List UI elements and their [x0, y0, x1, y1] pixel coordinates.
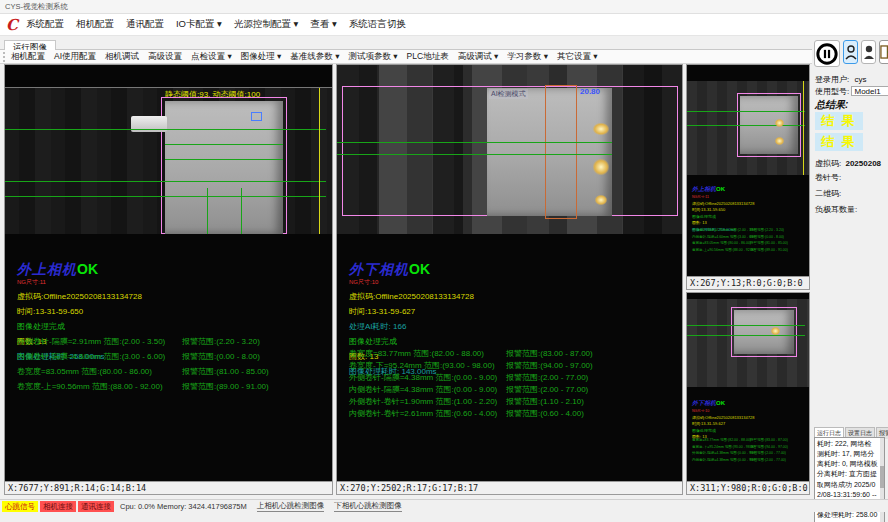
measure-value: 卷宽度=83.77mm 范围:(82.00 - 88.00) [349, 348, 484, 359]
alarm-range: 报警范围:(2.00 - 77.00) [750, 451, 786, 455]
tab-strip: 运行图像 [0, 36, 812, 50]
tool-spot-check[interactable]: 点检设置 ▾ [191, 51, 232, 63]
camera-title: 外上相机 [692, 186, 716, 192]
measure-line [165, 159, 283, 160]
alarm-range: 报警范围:(0.00 - 8.00) [182, 351, 260, 362]
measure-value: 外侧卷针-隔膜=2.91mm 范围:(2.00 - 3.50) [692, 228, 757, 232]
menu-light-control-config[interactable]: 光源控制配置 ▾ [234, 18, 298, 31]
measurement-row: 卷宽度-上=90.56mm 范围:(88.00 - 92.00)报警范围:(89… [692, 248, 807, 255]
measurement-rows: 外侧卷针-隔膜=2.91mm 范围:(2.00 - 3.50)报警范围:(2.2… [692, 228, 807, 254]
camera-image-lower-outer[interactable]: AI检测模式 20.80 [337, 65, 682, 234]
measure-line [337, 142, 612, 143]
user-switch-button[interactable] [861, 40, 876, 64]
baseline-marker [319, 88, 320, 234]
app-window: CYS-视觉检测系统 C 系统配置 相机配置 通讯配置 IO卡配置 ▾ 光源控制… [0, 0, 888, 522]
measurement-row: 内侧卷针-隔膜=4.38mm 范围:(0.00 - 9.00)报警范围:(2.0… [349, 384, 678, 396]
measure-overlay-value: 20.80 [580, 87, 600, 96]
alarm-range: 报警范围:(89.00 - 91.00) [182, 381, 269, 392]
qr-code-label: 二维码: [815, 188, 841, 199]
status-bar: 心跳信号 相机连接 通讯连接 Cpu: 0.0% Memory: 3424.41… [0, 499, 888, 512]
user-login-button[interactable] [843, 40, 858, 64]
measure-line [207, 188, 208, 234]
measure-line [5, 129, 326, 130]
tool-baseline-params[interactable]: 基准线参数 ▾ [290, 51, 339, 63]
camera-view-lower-outer: AI检测模式 20.80 外下相机OK NG尺寸:10 虚拟码:Offline2… [336, 64, 683, 495]
result-ok-label: OK [716, 400, 725, 406]
menu-language-switch[interactable]: 系统语言切换 [349, 18, 406, 31]
menu-comm-config[interactable]: 通讯配置 [126, 18, 164, 31]
battery-cell-image [734, 310, 794, 354]
control-buttons [814, 40, 888, 67]
process-done-line: 图像处理完成 [349, 336, 474, 347]
tab-highlight [775, 119, 784, 127]
tool-advanced-settings[interactable]: 高级设置 [148, 51, 182, 63]
alarm-range: 报警范围:(81.00 - 85.00) [182, 366, 269, 377]
menu-camera-config[interactable]: 相机配置 [76, 18, 114, 31]
turns-line: 圈数: 13 [692, 220, 754, 225]
tool-test-item-params[interactable]: 测试项参数 ▾ [348, 51, 397, 63]
camera-thumb-upper: 外上相机OK NG尺寸:11 虚拟码:Offline20250208133134… [686, 64, 810, 290]
result-badge-upper: 结 果 [815, 112, 863, 130]
measurement-row: 卷宽度=83.05mm 范围:(80.00 - 86.00)报警范围:(81.0… [17, 366, 328, 381]
pause-icon [816, 43, 838, 65]
tab-highlight [775, 137, 784, 145]
result-ok-label: OK [77, 261, 98, 277]
pixel-coords-readout: X:267;Y:13;R:0;G:0;B:0 [687, 276, 809, 289]
login-user-label: 登录用户: [815, 75, 849, 84]
detection-box [545, 85, 577, 219]
model-row: 使用型号: Model1 [815, 86, 888, 97]
pixel-coords-readout: X:7677;Y:891;R:14;G:14;B:14 [5, 481, 332, 494]
tool-camera-config[interactable]: 相机配置 [11, 51, 45, 63]
camera-title: 外下相机 [692, 400, 716, 406]
menu-io-card-config[interactable]: IO卡配置 ▾ [176, 18, 222, 31]
comm-connection-badge: 通讯连接 [78, 501, 114, 512]
measure-value: 外侧卷针-隔膜=2.91mm 范围:(2.00 - 3.50) [17, 336, 165, 347]
menu-system-config[interactable]: 系统配置 [26, 18, 64, 31]
log-scrollbar-thumb[interactable] [880, 466, 884, 488]
measure-value: 卷宽度=83.05mm 范围:(80.00 - 86.00) [692, 241, 751, 245]
measure-value: 内侧卷针-隔膜=4.38mm 范围:(0.00 - 9.00) [349, 384, 497, 395]
time-line: 时间:13-31-59-627 [692, 421, 754, 426]
user-icon [845, 44, 857, 60]
camera-image-thumb-lower[interactable] [687, 299, 809, 387]
user-dark-icon [863, 44, 875, 60]
pause-button[interactable] [814, 40, 840, 67]
tab-highlight [593, 159, 609, 175]
alarm-range: 报警范围:(2.00 - 77.00) [506, 372, 588, 383]
measurement-row: 卷宽度-下=95.24mm 范围:(93.00 - 98.00)报警范围:(94… [349, 360, 678, 372]
measurement-row: 内侧卷针-隔膜=4.38mm 范围:(0.00 - 9.00)报警范围:(2.0… [692, 458, 807, 465]
battery-cell-image [165, 101, 283, 234]
tool-image-processing[interactable]: 图像处理 ▾ [241, 51, 282, 63]
measure-line [337, 154, 612, 155]
measure-line [687, 111, 805, 112]
camera-image-upper-outer[interactable]: 静态阈值:93, 动态阈值:100 [5, 87, 332, 234]
virtual-code-row: 虚拟码: 20250208 [815, 158, 881, 169]
measurement-row: 外侧卷针-隔膜=2.91mm 范围:(2.00 - 3.50)报警范围:(2.2… [17, 336, 328, 351]
measure-value: 内侧卷针-隔膜=4.60mm 范围:(3.00 - 6.00) [692, 235, 757, 239]
tool-ai-use-config[interactable]: AI使用配置 [54, 51, 96, 63]
measure-value: 卷宽度-下=95.24mm 范围:(93.00 - 98.00) [349, 360, 495, 371]
virtual-code-line: 虚拟码:Offline20250208133134728 [692, 201, 754, 206]
tool-advanced-debug[interactable]: 高级调试 ▾ [458, 51, 499, 63]
camera-title: 外下相机 [349, 261, 409, 277]
tool-other-settings[interactable]: 其它设置 ▾ [557, 51, 598, 63]
measure-line [241, 188, 242, 234]
alarm-range: 报警范围:(94.00 - 97.00) [750, 445, 788, 449]
alarm-range: 报警范围:(1.10 - 2.10) [506, 396, 584, 407]
camera-connection-badge: 相机连接 [40, 501, 76, 512]
upper-camera-heartbeat-link[interactable]: 上相机心跳检测图像 [257, 501, 325, 512]
measure-value: 卷宽度=83.77mm 范围:(82.00 - 88.00) [692, 438, 751, 442]
tool-learning-params[interactable]: 学习参数 ▾ [507, 51, 548, 63]
lower-camera-heartbeat-link[interactable]: 下相机心跳检测图像 [334, 501, 402, 512]
camera-image-thumb-upper[interactable] [687, 81, 809, 175]
tool-plc-address-table[interactable]: PLC地址表 [407, 51, 449, 63]
virtual-code-line: 虚拟码:Offline20250208133134728 [349, 291, 474, 302]
alarm-range: 报警范围:(81.00 - 85.00) [750, 241, 788, 245]
model-select[interactable]: Model1 [851, 86, 888, 96]
tool-camera-debug[interactable]: 相机调试 [105, 51, 139, 63]
menu-view[interactable]: 查看 ▾ [310, 18, 336, 31]
exit-button[interactable] [879, 40, 888, 64]
camera-thumb-lower: 外下相机OK NG尺寸:10 虚拟码:Offline20250208133134… [686, 292, 810, 495]
process-done-line: 图像处理完成 [17, 321, 142, 332]
result-badge-lower: 结 果 [815, 133, 863, 151]
